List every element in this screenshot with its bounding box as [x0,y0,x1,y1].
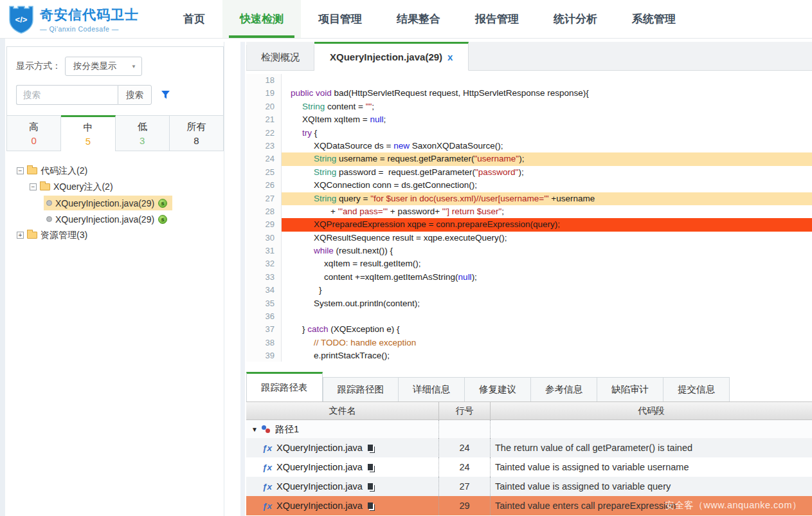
file-name: XQueryInjection.java [276,462,363,472]
nav-item-report-mgmt[interactable]: 报告管理 [458,0,536,38]
nav-item-home[interactable]: 首页 [166,0,222,38]
code-token: String [314,194,336,203]
copy-icon[interactable] [368,483,373,490]
trace-group-row[interactable]: ▼路径1 [246,420,812,438]
expand-icon[interactable]: + [17,232,24,239]
tree-item-3[interactable]: XQueryInjection.java(29)s [6,211,224,227]
search-button[interactable]: 搜索 [118,85,152,105]
search-input[interactable] [16,85,118,105]
code-token: ); [518,167,523,177]
code-text: try { [282,127,812,140]
code-token: xqItem = result.getItem(); [324,259,420,268]
bottom-tab-defect-audit[interactable]: 缺陷审计 [597,377,663,401]
severity-tab-1[interactable]: 中5 [61,115,115,151]
copy-icon[interactable] [368,464,373,470]
function-icon: ƒx [262,463,272,472]
trace-row-1[interactable]: ƒxXQueryInjection.java24Tainted value is… [246,457,812,477]
column-header-2: 代码段 [490,402,812,419]
line-number-cell: 27 [438,477,490,496]
status-badge-icon: s [158,215,167,224]
folder-icon [27,232,37,239]
severity-tab-0[interactable]: 高0 [7,115,61,151]
display-mode-select[interactable]: 按分类显示 ▼ [65,57,142,76]
brand-subtitle: — Qi'anxin Codesafe — [40,25,139,33]
triangle-down-icon[interactable]: ▼ [251,426,258,433]
code-line-24: 24String username = request.getParameter… [246,152,812,165]
code-token: "" [366,102,372,111]
code-token: content = [325,102,365,111]
nav-item-system-mgmt[interactable]: 系统管理 [615,0,693,38]
close-tab-icon[interactable]: x [447,51,453,62]
bottom-tab-commit-info[interactable]: 提交信息 [663,377,730,401]
severity-tab-3[interactable]: 所有8 [170,115,223,151]
code-token: + [330,207,338,216]
trace-row-0[interactable]: ƒxXQueryInjection.java24The return value… [246,438,812,457]
nav-item-project-mgmt[interactable]: 项目管理 [301,0,379,38]
code-line-34: 34} [246,284,812,297]
line-number: 29 [246,218,282,231]
shield-logo-icon: </> [8,5,35,34]
code-line-35: 35System.out.println(content); [246,297,812,310]
main-tab-1[interactable]: XQueryInjection.java(29)x [314,42,469,71]
code-line-27: 27String query = "for $user in doc(users… [246,192,812,205]
line-number-cell: 29 [438,496,490,515]
brand: </> 奇安信代码卫士 — Qi'anxin Codesafe — [0,0,161,38]
code-line-33: 33content +=xqItem.getItemAsString(null)… [246,271,812,284]
main-panel: 检测概况XQueryInjection.java(29)x 1819public… [246,42,812,516]
copy-icon[interactable] [368,502,373,509]
bottom-tab-fix-advice[interactable]: 修复建议 [465,377,531,401]
tree-item-2[interactable]: XQueryInjection.java(29)s [6,195,224,211]
filter-funnel-icon[interactable] [161,90,170,100]
description-cell: Tainted value is assigned to variable qu… [490,477,812,496]
tree-item-inner: XQueryInjection.java(29)s [44,196,172,210]
tree-item-1[interactable]: −XQuery注入(2) [6,179,224,195]
code-token: XQResultSequence result = xqpe.executeQu… [314,233,507,243]
code-line-36: 36 [246,310,812,323]
line-number: 19 [246,87,282,100]
top-navbar: </> 奇安信代码卫士 — Qi'anxin Codesafe — 首页快速检测… [0,0,812,39]
code-token: System.out.println(content); [314,299,420,308]
code-text: public void bad(HttpServletRequest reque… [282,87,812,100]
folder-icon [40,183,50,190]
severity-tab-2[interactable]: 低3 [116,115,170,151]
tree-item-0[interactable]: −代码注入(2) [6,163,224,179]
file-name: XQueryInjection.java [276,481,363,492]
page: </> 奇安信代码卫士 — Qi'anxin Codesafe — 首页快速检测… [0,0,812,516]
tree-item-4[interactable]: +资源管理(3) [6,227,224,243]
code-text: XQDataSource ds = new SaxonXQDataSource(… [282,140,812,152]
line-number: 39 [246,349,282,362]
defect-tree: −代码注入(2)−XQuery注入(2)XQueryInjection.java… [6,163,224,243]
line-number: 38 [246,336,282,349]
bottom-tab-reference-info[interactable]: 参考信息 [531,377,597,401]
bottom-tab-trace-graph[interactable]: 跟踪路径图 [323,377,399,401]
bottom-tab-trace-table[interactable]: 跟踪路径表 [246,372,323,401]
nav-item-quick-scan[interactable]: 快速检测 [222,0,301,38]
line-number: 26 [246,179,282,192]
code-line-18: 18 [246,74,812,87]
folder-icon [27,167,37,174]
code-token: // TODO: handle exception [314,338,416,347]
collapse-icon[interactable]: − [17,167,24,174]
nav-item-result-merge[interactable]: 结果整合 [379,0,458,38]
nav-item-statistics[interactable]: 统计分析 [536,0,615,38]
code-token: +username [549,194,595,203]
severity-count: 0 [31,135,36,146]
collapse-icon[interactable]: − [30,183,37,190]
main-tab-0[interactable]: 检测概况 [246,45,314,70]
code-token: query = [336,194,370,203]
code-line-31: 31while (result.next()) { [246,244,812,257]
code-token: String [314,154,336,163]
code-line-38: 38// TODO: handle exception [246,336,812,349]
code-token: null [370,115,383,124]
code-token: (result.next()) { [334,246,393,255]
code-token: XQItem xqItem = [302,115,370,124]
filter-box: 显示方式： 按分类显示 ▼ 搜索 [6,46,224,115]
copy-icon[interactable] [368,445,373,451]
display-mode-label: 显示方式： [16,60,61,72]
main-tab-label: XQueryInjection.java(29) [330,51,442,62]
bottom-tab-detail-info[interactable]: 详细信息 [399,377,465,401]
watermark: 安全客（www.anquanke.com） [665,499,802,511]
main-tabbar: 检测概况XQueryInjection.java(29)x [246,42,812,71]
code-token: bad(HttpServletRequest request, HttpServ… [332,88,589,98]
trace-row-2[interactable]: ƒxXQueryInjection.java27Tainted value is… [246,477,812,496]
